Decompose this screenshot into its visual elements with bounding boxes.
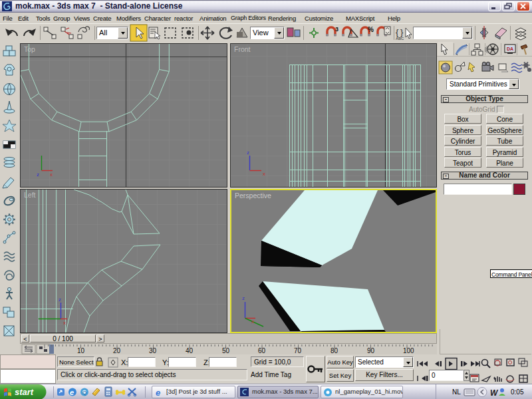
svg-text:3: 3	[335, 26, 338, 33]
svg-text:30: 30	[149, 347, 157, 354]
svg-text:z: z	[59, 297, 61, 303]
svg-text:x: x	[263, 171, 265, 177]
svg-text:W: W	[490, 388, 499, 398]
svg-text:Q: Q	[82, 390, 86, 396]
svg-text:z: z	[37, 172, 39, 178]
svg-text:x: x	[50, 172, 53, 178]
svg-text:70: 70	[294, 347, 302, 354]
svg-text:DA: DA	[507, 47, 513, 51]
svg-text:e: e	[156, 388, 160, 397]
svg-text:60: 60	[258, 347, 266, 354]
svg-text:x: x	[63, 320, 66, 326]
svg-text:90: 90	[367, 347, 375, 354]
svg-text:z: z	[247, 150, 249, 156]
svg-text:ABC: ABC	[396, 37, 404, 41]
svg-text:e: e	[70, 388, 74, 396]
svg-text:20: 20	[113, 347, 121, 354]
svg-text:start: start	[15, 387, 34, 397]
svg-text:100: 100	[403, 347, 414, 354]
svg-text:10: 10	[77, 347, 85, 354]
svg-text:80: 80	[331, 347, 338, 354]
svg-text:{ }: { }	[396, 27, 404, 37]
svg-text:z: z	[242, 295, 245, 301]
svg-text:x: x	[251, 319, 254, 325]
svg-text:50: 50	[222, 347, 230, 354]
svg-text:%: %	[368, 26, 374, 33]
svg-text:40: 40	[186, 347, 194, 354]
